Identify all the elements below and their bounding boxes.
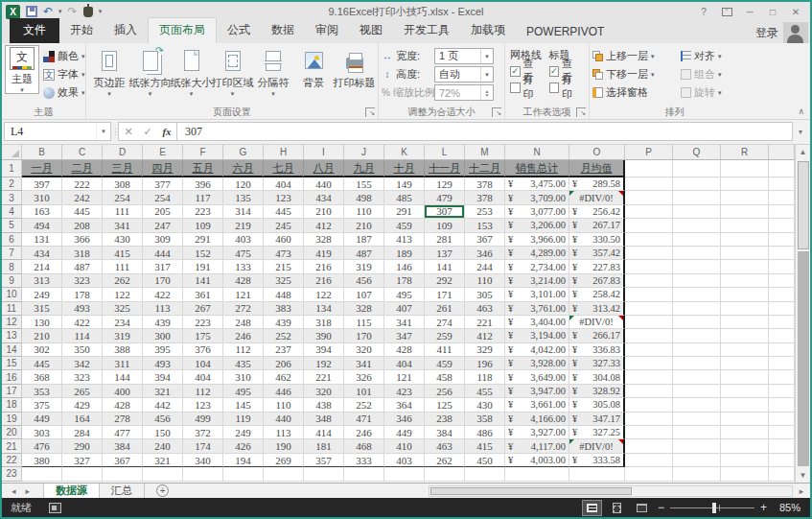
cell-P8[interactable] [625, 260, 673, 273]
cell-D19[interactable]: 278 [103, 413, 143, 426]
cell-B15[interactable]: 445 [22, 357, 62, 370]
cell-E13[interactable]: 300 [143, 329, 183, 342]
cell-R7[interactable] [721, 247, 769, 260]
cell-K8[interactable]: 146 [384, 260, 425, 273]
cell-B4[interactable]: 163 [22, 205, 62, 219]
cell-E22[interactable]: 321 [143, 454, 183, 467]
cell-K3[interactable]: 485 [384, 191, 425, 204]
cell-I7[interactable]: 419 [304, 247, 344, 260]
ribbon-display-options-button[interactable]: ^ [716, 4, 737, 19]
cell-J16[interactable]: 326 [344, 370, 384, 384]
cell-19[interactable] [769, 413, 795, 426]
cell-D21[interactable]: 384 [103, 439, 143, 453]
collapse-ribbon-icon[interactable]: ∧ [798, 106, 804, 116]
cell-E8[interactable]: 317 [143, 260, 183, 273]
cell-H16[interactable]: 462 [264, 370, 304, 384]
cell-R1[interactable] [721, 160, 769, 177]
tab-insert[interactable]: 插入 [104, 18, 148, 43]
row-header-18[interactable]: 18 [2, 398, 22, 412]
height-combo[interactable]: 自动▾ [434, 66, 494, 83]
cell-C19[interactable]: 164 [62, 413, 103, 426]
cell-L10[interactable]: 171 [425, 288, 465, 301]
help-button[interactable]: ? [693, 4, 714, 19]
cell-N23[interactable] [505, 467, 569, 481]
cell-C17[interactable]: 265 [62, 385, 103, 398]
column-header-J[interactable]: J [344, 145, 384, 160]
cell-Q4[interactable] [673, 205, 721, 219]
cell-F23[interactable] [183, 467, 223, 481]
cell-R9[interactable] [721, 274, 769, 288]
tab-view[interactable]: 视图 [349, 18, 393, 43]
cell-B22[interactable]: 380 [22, 454, 62, 467]
scale-spinner[interactable]: 72%▲▼ [434, 84, 494, 101]
cell-R21[interactable] [721, 439, 769, 453]
send-backward-button[interactable]: 下移一层▾ [592, 66, 681, 83]
cell-D9[interactable]: 262 [103, 274, 143, 288]
width-combo[interactable]: 1 页▾ [434, 48, 494, 64]
cell-N7[interactable]: ¥4,289.00 [505, 247, 569, 260]
cell-F3[interactable]: 117 [183, 191, 223, 204]
row-header-7[interactable]: 7 [2, 247, 22, 260]
header-cell-E[interactable]: 四月 [143, 160, 183, 177]
cell-9[interactable] [769, 274, 795, 288]
cell-C21[interactable]: 290 [62, 439, 103, 453]
cell-N18[interactable]: ¥3,661.00 [505, 398, 569, 412]
cell-I13[interactable]: 390 [304, 329, 344, 342]
cell-O4[interactable]: ¥256.42 [569, 205, 625, 219]
row-header-12[interactable]: 12 [2, 316, 22, 329]
cell-Q22[interactable] [673, 454, 721, 467]
cell-E2[interactable]: 377 [143, 177, 183, 191]
cell-D16[interactable]: 144 [103, 370, 143, 384]
header-cell-M[interactable]: 十二月 [465, 160, 505, 177]
cell-P6[interactable] [625, 233, 673, 247]
cell-6[interactable] [769, 233, 795, 247]
cell-F13[interactable]: 175 [183, 329, 223, 342]
cell-H9[interactable]: 325 [264, 274, 304, 288]
sheet-tab-summary[interactable]: 汇总 [100, 484, 145, 498]
cell-C2[interactable]: 222 [62, 177, 103, 191]
cell-M3[interactable]: 378 [465, 191, 505, 204]
cell-D4[interactable]: 111 [103, 205, 143, 219]
cell-Q23[interactable] [673, 467, 721, 481]
cell-10[interactable] [769, 288, 795, 301]
cell-O18[interactable]: ¥305.08 [569, 398, 625, 412]
column-header-M[interactable]: M [465, 145, 505, 160]
cell-R22[interactable] [721, 454, 769, 467]
cell-F6[interactable]: 291 [183, 233, 223, 247]
save-icon[interactable] [26, 6, 37, 17]
cell-N13[interactable]: ¥3,194.00 [505, 329, 569, 342]
cell-O20[interactable]: ¥327.25 [569, 426, 625, 439]
scroll-down-icon[interactable]: ▼ [796, 468, 810, 483]
cell-R18[interactable] [721, 398, 769, 412]
cell-K10[interactable]: 495 [384, 288, 425, 301]
cell-H3[interactable]: 123 [264, 191, 304, 204]
cell-H19[interactable]: 440 [264, 413, 304, 426]
cell-I10[interactable]: 122 [304, 288, 344, 301]
themes-button[interactable]: 文 主题▾ [5, 45, 39, 94]
cell-F22[interactable]: 340 [183, 454, 223, 467]
cell-C7[interactable]: 318 [62, 247, 103, 260]
cell-P20[interactable] [625, 426, 673, 439]
cell-C14[interactable]: 350 [62, 343, 103, 357]
cell-Q10[interactable] [673, 288, 721, 301]
column-header-H[interactable]: H [264, 145, 304, 160]
cell-R23[interactable] [721, 467, 769, 481]
row-header-14[interactable]: 14 [2, 343, 22, 357]
cell-C10[interactable]: 178 [62, 288, 103, 301]
cell-C5[interactable]: 208 [62, 219, 103, 232]
cell-F2[interactable]: 396 [183, 177, 223, 191]
undo-icon[interactable]: ↶ [43, 6, 53, 17]
cell-Q9[interactable] [673, 274, 721, 288]
zoom-slider[interactable] [670, 507, 754, 508]
orientation-button[interactable]: 纸张方向▾ [129, 45, 171, 97]
header-cell-D[interactable]: 三月 [103, 160, 143, 177]
cell-R8[interactable] [721, 260, 769, 273]
cell-O15[interactable]: ¥327.33 [569, 357, 625, 370]
page-setup-dialog-launcher-icon[interactable]: ↘ [365, 107, 375, 117]
cell-K17[interactable]: 423 [384, 385, 425, 398]
cell-O22[interactable]: ¥333.58 [569, 454, 625, 467]
cell-J10[interactable]: 107 [344, 288, 384, 301]
cell-M8[interactable]: 244 [465, 260, 505, 273]
gridlines-print-checkbox[interactable]: 打印 [510, 80, 544, 95]
cell-L22[interactable]: 262 [425, 454, 465, 467]
